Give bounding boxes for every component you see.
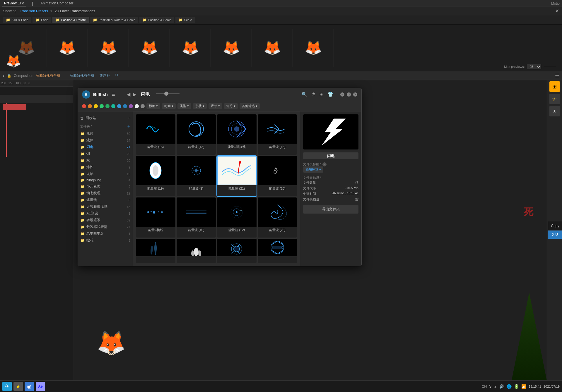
grid-item-8[interactable]: 能量--横线 <box>136 197 175 238</box>
grid-item-11[interactable]: 能量波 (25) <box>258 197 297 238</box>
grid-item-2[interactable]: 能量--螺旋线 <box>217 114 257 155</box>
preview-thumb-2[interactable]: 🦊 <box>88 29 129 67</box>
copy-button[interactable]: Copy <box>548 221 562 231</box>
folder-tab-position-rotate-scale[interactable]: 📁 Position & Rotate & Scale <box>90 17 138 23</box>
color-dot-yellow[interactable] <box>94 104 98 108</box>
comp-tab-main[interactable]: 胚胎致死总合成 <box>67 73 97 79</box>
sidebar-item-ae-preset[interactable]: 📁 AE预设 1 <box>78 210 133 217</box>
filter-shape-btn[interactable]: 形状 ▾ <box>193 103 207 109</box>
preview-thumb-4[interactable]: 🦊 <box>170 29 211 67</box>
sidebar-item-retro-tv[interactable]: 📁 老电视电影 1 <box>78 230 133 237</box>
color-dot-teal[interactable] <box>111 104 115 108</box>
sidebar-item-speed-lines[interactable]: 📁 速度线 8 <box>78 197 133 203</box>
comp-tab-frame[interactable]: 改题框 <box>97 73 112 79</box>
filter-time-btn[interactable]: 时间 ▾ <box>162 103 176 109</box>
sidebar-item-water[interactable]: 📁 水 20 <box>78 157 133 164</box>
color-dot-orange[interactable] <box>88 104 92 108</box>
folder-add-btn[interactable]: + <box>127 123 130 130</box>
comp-tab-u[interactable]: U... <box>113 73 123 79</box>
sidebar-item-transition[interactable]: 📁 转场遮罩 39 <box>78 217 133 223</box>
export-folder-button[interactable]: 导出文件夹 <box>303 205 358 214</box>
add-tag-button[interactable]: 添加标签 + <box>303 166 323 173</box>
billfish-nav-prev[interactable]: ◀ <box>127 92 130 97</box>
right-btn-3[interactable]: ★ <box>549 106 560 116</box>
filter-rating-btn[interactable]: 评分 ▾ <box>224 103 238 109</box>
billfish-slider[interactable] <box>156 93 180 96</box>
sidebar-item-packaging[interactable]: 📁 包装感和表情 27 <box>78 223 133 230</box>
grid-item-3[interactable]: 能量波 (18) <box>258 114 297 155</box>
right-btn-2[interactable]: 🎓 <box>549 94 560 104</box>
taskbar-compass[interactable]: ◉ <box>25 382 34 391</box>
timeline-bar[interactable] <box>3 104 26 110</box>
showing-close-button[interactable]: ✕ <box>555 8 559 14</box>
grid-item-9[interactable]: 能量波 (10) <box>177 197 216 238</box>
grid-icon[interactable]: ⊞ <box>320 92 323 97</box>
preview-thumb-6[interactable]: 🦊 <box>252 29 293 67</box>
sidebar-item-trash[interactable]: 🗑 回收站 0 <box>78 114 133 122</box>
filter-other-btn[interactable]: 其他筛选 ▾ <box>240 103 260 109</box>
sidebar-item-dynamic-texture[interactable]: 📁 动态纹理 12 <box>78 190 133 197</box>
grid-item-15[interactable] <box>258 239 297 263</box>
sidebar-item-geometry[interactable]: 📁 几何 30 <box>78 130 133 137</box>
filter-tag-btn[interactable]: 标签 ▾ <box>146 103 160 109</box>
sidebar-item-weather[interactable]: 📁 天气花瓣飞鸟 13 <box>78 203 133 210</box>
tab-animation-composer[interactable]: Animation Composer <box>39 1 75 6</box>
shirt-icon[interactable]: 👕 <box>327 92 333 97</box>
filter-type-btn[interactable]: 类型 ▾ <box>177 103 191 109</box>
taskbar-star-app[interactable]: ★ <box>13 382 23 391</box>
grid-item-0[interactable]: 能量波 (15) <box>136 114 175 155</box>
grid-item-12[interactable] <box>136 239 175 263</box>
color-dot-darkgreen[interactable] <box>105 104 110 108</box>
grid-item-13[interactable] <box>177 239 216 263</box>
grid-item-7[interactable]: 能量波 (20) <box>258 156 297 196</box>
folder-tab-fade[interactable]: 📁 Fade <box>33 17 51 23</box>
sidebar-item-confetti[interactable]: 📁 撒花 3 <box>78 237 133 244</box>
grid-item-5[interactable]: 能量波 (2) <box>177 156 216 196</box>
filter-size-btn[interactable]: 尺寸 ▾ <box>209 103 222 109</box>
billfish-nav-next[interactable]: ▶ <box>133 92 136 97</box>
filter-icon[interactable]: ⚗ <box>311 92 315 97</box>
billfish-menu-icon[interactable]: ☰ <box>112 92 115 97</box>
sidebar-item-liquid[interactable]: 📁 液体 24 <box>78 137 133 144</box>
grid-item-14[interactable] <box>217 239 257 263</box>
folder-tab-position-scale[interactable]: 📁 Position & Scale <box>139 17 174 23</box>
folder-tab-scale[interactable]: 📁 Scale <box>175 17 195 23</box>
grid-item-10[interactable]: 能量波 (12) <box>217 197 257 238</box>
close-button[interactable]: ✕ <box>353 92 357 97</box>
preview-thumb-3[interactable]: 🦊 <box>129 29 170 67</box>
taskbar-telegram[interactable]: ✈ <box>2 382 12 391</box>
color-dot-gray[interactable] <box>141 104 145 108</box>
color-dot-green[interactable] <box>100 104 104 108</box>
color-dot-blue[interactable] <box>117 104 121 108</box>
preview-thumb-1[interactable]: 🦊 <box>47 29 88 67</box>
folder-tab-position-rotate[interactable]: 📁 Position & Rotate <box>52 17 89 23</box>
preview-thumb-7[interactable]: 🦊 <box>293 29 334 67</box>
sidebar-item-smoke[interactable]: 📁 烟 29 <box>78 150 133 157</box>
sidebar-item-flame[interactable]: 📁 火焰 15 <box>78 171 133 177</box>
grid-item-1[interactable]: 能量波 (13) <box>177 114 216 155</box>
showing-link[interactable]: Transition Presets <box>20 9 48 13</box>
color-dot-darkblue[interactable] <box>123 104 127 108</box>
folder-tab-blur-fade[interactable]: 📁 Blur & Fade <box>3 17 31 23</box>
lock-icon[interactable]: 🔒 <box>7 74 11 78</box>
taskbar-after-effects[interactable]: Ae <box>36 382 45 391</box>
expand-icon[interactable]: ▸ <box>3 74 5 78</box>
preview-thumb-5[interactable]: 🦊 <box>211 29 252 67</box>
max-previews-select[interactable]: 25 50 100 <box>527 64 541 69</box>
search-icon[interactable]: 🔍 <box>301 92 307 97</box>
grid-item-6[interactable]: 能量波 (21) <box>217 156 257 196</box>
comp-menu-icon[interactable]: ☰ <box>555 73 559 78</box>
x-u-button[interactable]: X U <box>548 231 562 239</box>
color-dot-white[interactable] <box>135 104 139 108</box>
grid-item-4[interactable]: 能量波 (19) <box>136 156 175 196</box>
tab-preview-grid[interactable]: Preview Grid <box>2 1 26 6</box>
right-btn-1[interactable]: ⊞ <box>549 81 560 92</box>
color-dot-red[interactable] <box>82 104 86 108</box>
sidebar-item-lightning[interactable]: 📁 闪电 71 <box>78 144 133 150</box>
info-title-input[interactable] <box>303 152 358 159</box>
sidebar-item-small-elements[interactable]: 📁 小元素类 2 <box>78 183 133 190</box>
help-icon[interactable]: ? <box>322 162 327 166</box>
preview-slider[interactable]: ───── <box>544 65 556 69</box>
minimize-button[interactable]: − <box>340 92 344 97</box>
maximize-button[interactable]: □ <box>347 92 351 97</box>
